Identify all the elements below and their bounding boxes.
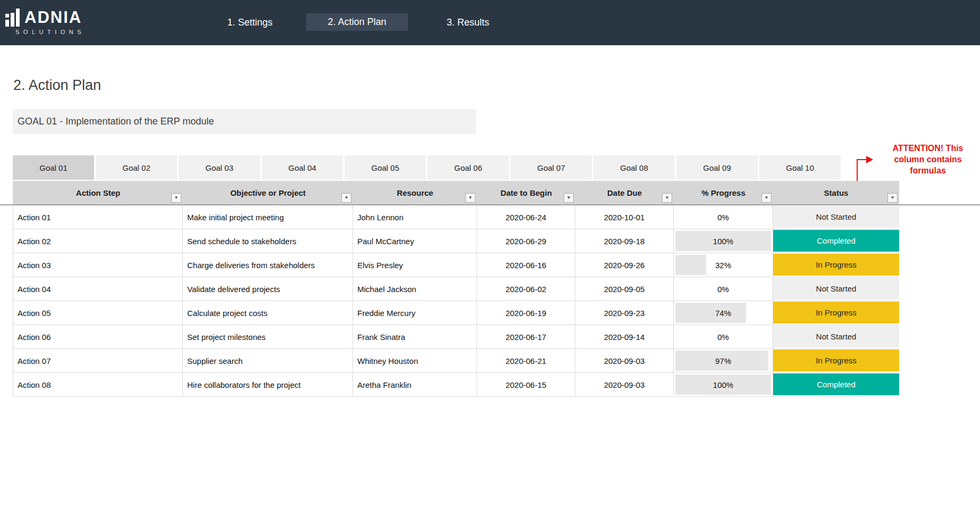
status-badge: In Progress — [773, 350, 899, 371]
goal-tab-09[interactable]: Goal 09 — [676, 155, 758, 180]
filter-dropdown-date-to-begin[interactable]: ▼ — [564, 193, 574, 203]
progress-cell: 32% — [674, 253, 773, 277]
column-header-label: % Progress — [701, 188, 746, 197]
resource-cell: John Lennon — [353, 205, 477, 229]
chevron-down-icon: ▼ — [174, 196, 179, 200]
attention-note-line: formulas — [885, 165, 971, 176]
date-to-begin-cell: 2020-06-15 — [477, 373, 575, 396]
objective-cell: Send schedule to stakeholders — [183, 229, 353, 253]
status-cell: Not Started — [773, 205, 899, 229]
date-due-cell: 2020-09-14 — [575, 325, 674, 348]
date-to-begin-cell: 2020-06-24 — [477, 205, 575, 229]
progress-label: 74% — [674, 309, 773, 318]
status-cell: In Progress — [773, 301, 899, 325]
filter-dropdown-resource[interactable]: ▼ — [465, 193, 475, 203]
chevron-down-icon: ▼ — [468, 196, 473, 200]
column-header-label: Status — [824, 188, 849, 197]
date-due-cell: 2020-09-03 — [575, 349, 674, 372]
column-header-status: Status▼ — [773, 181, 899, 204]
action-step-cell: Action 06 — [13, 325, 183, 348]
date-due-cell: 2020-09-26 — [575, 253, 674, 277]
goal-tab-02[interactable]: Goal 02 — [96, 155, 177, 180]
goal-tab-10[interactable]: Goal 10 — [759, 155, 841, 180]
date-due-cell: 2020-09-18 — [575, 229, 674, 253]
filter-dropdown-status[interactable]: ▼ — [887, 193, 898, 203]
status-badge: In Progress — [773, 254, 899, 276]
action-plan-table: Action Step▼Objective or Project▼Resourc… — [13, 181, 899, 397]
table-row: Action 03Charge deliveries from stakehol… — [13, 253, 899, 277]
filter-dropdown-objective-or-project[interactable]: ▼ — [341, 193, 351, 203]
progress-label: 97% — [674, 356, 773, 366]
progress-label: 0% — [674, 213, 773, 222]
progress-label: 100% — [674, 380, 773, 389]
column-header-progress: % Progress▼ — [674, 181, 773, 204]
attention-arrow — [857, 159, 867, 160]
table-row: Action 07Supplier searchWhitney Houston2… — [13, 349, 899, 373]
objective-cell: Validate delivered projects — [183, 277, 353, 301]
date-to-begin-cell: 2020-06-02 — [477, 277, 575, 301]
column-header-label: Action Step — [76, 188, 120, 197]
filter-dropdown-progress[interactable]: ▼ — [761, 193, 772, 203]
chevron-down-icon: ▼ — [765, 196, 769, 200]
filter-dropdown-action-step[interactable]: ▼ — [171, 193, 181, 203]
chevron-down-icon: ▼ — [891, 196, 895, 200]
progress-cell: 0% — [674, 277, 773, 301]
date-to-begin-cell: 2020-06-21 — [477, 349, 575, 372]
progress-cell: 97% — [674, 349, 773, 372]
date-to-begin-cell: 2020-06-17 — [477, 325, 575, 348]
objective-cell: Hire collaborators for the project — [183, 373, 353, 396]
progress-cell: 0% — [674, 205, 773, 229]
goal-tab-08[interactable]: Goal 08 — [593, 155, 675, 180]
column-header-label: Date to Begin — [500, 188, 552, 197]
status-badge: Completed — [773, 230, 899, 252]
status-cell: In Progress — [773, 349, 899, 372]
goal-banner-text: GOAL 01 - Implementation of the ERP modu… — [18, 116, 214, 127]
resource-cell: Freddie Mercury — [353, 301, 477, 325]
bar-chart-logo-icon — [5, 9, 20, 27]
goal-tab-06[interactable]: Goal 06 — [428, 155, 509, 180]
goal-tab-07[interactable]: Goal 07 — [510, 155, 592, 180]
date-to-begin-cell: 2020-06-29 — [477, 229, 575, 253]
filter-dropdown-date-due[interactable]: ▼ — [662, 193, 672, 203]
nav-item-action-plan[interactable]: 2. Action Plan — [306, 13, 408, 31]
column-header-label: Objective or Project — [230, 188, 306, 197]
goal-tab-01[interactable]: Goal 01 — [13, 155, 94, 180]
objective-cell: Set project milestones — [183, 325, 353, 348]
action-step-cell: Action 05 — [13, 301, 183, 325]
goal-tab-05[interactable]: Goal 05 — [345, 155, 426, 180]
nav-item-settings[interactable]: 1. Settings — [216, 0, 284, 45]
resource-cell: Whitney Houston — [353, 349, 477, 372]
objective-cell: Calculate project costs — [183, 301, 353, 325]
status-badge: In Progress — [773, 302, 899, 323]
chevron-down-icon: ▼ — [665, 196, 669, 200]
brand-name: ADNIA — [24, 9, 82, 27]
resource-cell: Paul McCartney — [353, 229, 477, 253]
status-badge: Not Started — [773, 278, 899, 300]
status-cell: Not Started — [773, 277, 899, 301]
action-step-cell: Action 03 — [13, 253, 183, 277]
action-step-cell: Action 04 — [13, 277, 183, 301]
table-row: Action 08Hire collaborators for the proj… — [13, 373, 899, 397]
column-header-label: Date Due — [607, 188, 642, 197]
chevron-down-icon: ▼ — [567, 196, 571, 200]
resource-cell: Frank Sinatra — [353, 325, 477, 348]
date-to-begin-cell: 2020-06-19 — [477, 301, 575, 325]
goal-tab-03[interactable]: Goal 03 — [179, 155, 260, 180]
action-step-cell: Action 01 — [13, 205, 183, 229]
goal-tab-04[interactable]: Goal 04 — [262, 155, 343, 180]
resource-cell: Aretha Franklin — [353, 373, 477, 396]
date-due-cell: 2020-09-03 — [575, 373, 674, 396]
progress-label: 0% — [674, 285, 773, 294]
attention-arrow — [857, 160, 858, 181]
objective-cell: Charge deliveries from stakeholders — [183, 253, 353, 277]
nav-item-results[interactable]: 3. Results — [438, 0, 498, 45]
page-title: 2. Action Plan — [13, 77, 101, 94]
date-due-cell: 2020-09-23 — [575, 301, 674, 325]
chevron-down-icon: ▼ — [345, 196, 349, 200]
status-badge: Completed — [773, 373, 899, 395]
progress-label: 100% — [674, 237, 773, 246]
resource-cell: Elvis Presley — [353, 253, 477, 277]
goal-tabs: Goal 01Goal 02Goal 03Goal 04Goal 05Goal … — [13, 155, 841, 180]
table-row: Action 01Make initial project meetingJoh… — [13, 205, 899, 229]
objective-cell: Supplier search — [183, 349, 353, 372]
